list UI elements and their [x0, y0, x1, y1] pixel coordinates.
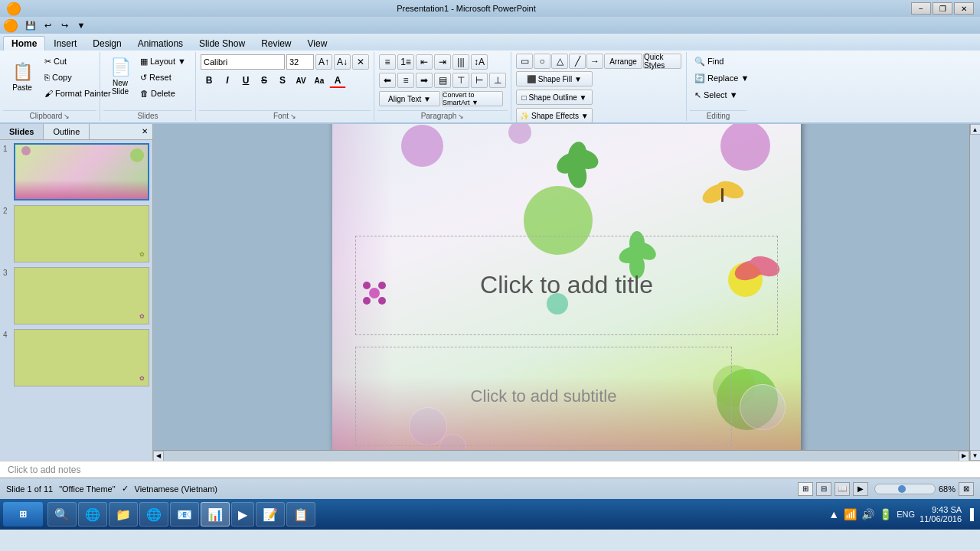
- slide-thumb-2[interactable]: ✿: [14, 205, 149, 262]
- slide-thumb-4[interactable]: ✿: [14, 329, 149, 386]
- new-slide-button[interactable]: 📄 New Slide: [105, 54, 136, 99]
- slide-panel-tab-outline[interactable]: Outline: [44, 124, 90, 139]
- shape-square-btn[interactable]: ▭: [516, 54, 533, 69]
- arrange-button[interactable]: Arrange: [604, 54, 642, 69]
- justify-button[interactable]: ▤: [434, 73, 451, 88]
- slide-thumb-3[interactable]: ✿: [14, 267, 149, 324]
- font-color-button[interactable]: A: [329, 73, 346, 88]
- smartart-button[interactable]: Convert to SmartArt ▼: [442, 91, 503, 106]
- strikethrough-button[interactable]: S: [256, 73, 273, 88]
- align-text-button[interactable]: Align Text ▼: [379, 91, 440, 106]
- subtitle-placeholder[interactable]: Click to add subtitle: [355, 347, 732, 446]
- save-button[interactable]: 💾: [23, 18, 38, 32]
- change-case-button[interactable]: Aa: [311, 73, 328, 88]
- numbering-button[interactable]: 1≡: [397, 54, 414, 70]
- find-button[interactable]: 🔍 Find: [691, 54, 745, 69]
- shadow-button[interactable]: S: [274, 73, 291, 88]
- taskbar-explorer[interactable]: 📁: [109, 502, 138, 527]
- slide-thumb-1[interactable]: [14, 143, 149, 201]
- taskbar-clipboard[interactable]: 📋: [286, 502, 315, 527]
- zoom-slider[interactable]: [874, 484, 936, 494]
- taskbar-powerpoint[interactable]: 📊: [201, 502, 230, 527]
- align-bottom-button[interactable]: ⊥: [489, 73, 506, 88]
- font-name-input[interactable]: [201, 54, 285, 70]
- decrease-font-button[interactable]: A↓: [334, 54, 351, 70]
- shape-effects-button[interactable]: ✨ Shape Effects ▼: [516, 108, 593, 123]
- select-button[interactable]: ↖ Select ▼: [691, 87, 745, 103]
- language-selector[interactable]: ENG: [897, 510, 915, 519]
- paste-button[interactable]: 📋 Paste: [5, 54, 40, 99]
- columns-button[interactable]: |||: [452, 54, 469, 70]
- layout-button[interactable]: ▦ Layout ▼: [137, 54, 191, 69]
- decrease-indent-button[interactable]: ⇤: [416, 54, 433, 70]
- copy-button[interactable]: ⎘ Copy: [41, 70, 95, 85]
- text-direction-button[interactable]: ↕A: [471, 54, 488, 70]
- align-right-button[interactable]: ➡: [416, 73, 433, 88]
- slide-panel-tab-slides[interactable]: Slides: [0, 124, 44, 139]
- show-desktop-icon[interactable]: ▐: [966, 508, 974, 520]
- align-top-button[interactable]: ⊤: [452, 73, 469, 88]
- taskbar-browser[interactable]: 🌐: [139, 502, 168, 527]
- align-middle-button[interactable]: ⊢: [471, 73, 488, 88]
- notes-bar[interactable]: Click to add notes: [0, 461, 980, 478]
- close-button[interactable]: ✕: [954, 2, 974, 15]
- shape-line-btn[interactable]: ╱: [569, 54, 586, 69]
- scroll-down-button[interactable]: ▼: [970, 450, 981, 461]
- titlebar-controls[interactable]: − ❐ ✕: [911, 2, 974, 15]
- taskbar-search[interactable]: 🔍: [47, 502, 77, 527]
- taskbar-outlook[interactable]: 📧: [170, 502, 199, 527]
- title-placeholder[interactable]: Click to add title: [355, 236, 778, 335]
- slide-canvas[interactable]: Click to add title Click to add subtitle: [332, 124, 801, 461]
- scroll-left-button[interactable]: ◀: [153, 451, 164, 461]
- minimize-button[interactable]: −: [911, 2, 931, 15]
- tab-slideshow[interactable]: Slide Show: [191, 37, 253, 51]
- clear-format-button[interactable]: ✕: [352, 54, 369, 70]
- start-button[interactable]: ⊞: [3, 502, 43, 527]
- tray-arrow-icon[interactable]: ▲: [828, 508, 839, 520]
- zoom-fit-button[interactable]: ⊠: [959, 482, 974, 496]
- normal-view-button[interactable]: ⊞: [798, 482, 813, 496]
- underline-button[interactable]: U: [237, 73, 254, 88]
- tab-animations[interactable]: Animations: [130, 37, 191, 51]
- align-center-button[interactable]: ≡: [397, 73, 414, 88]
- slide-panel-close[interactable]: ✕: [137, 124, 152, 139]
- replace-button[interactable]: 🔄 Replace ▼: [691, 70, 745, 86]
- qat-dropdown[interactable]: ▼: [74, 18, 89, 32]
- increase-font-button[interactable]: A↑: [315, 54, 332, 70]
- font-size-input[interactable]: [286, 54, 314, 70]
- taskbar-media[interactable]: ▶: [231, 502, 254, 527]
- tab-insert[interactable]: Insert: [46, 37, 84, 51]
- format-painter-button[interactable]: 🖌 Format Painter: [41, 86, 95, 101]
- tray-battery-icon[interactable]: 🔋: [879, 508, 892, 520]
- slideshow-button[interactable]: ▶: [853, 482, 868, 496]
- delete-button[interactable]: 🗑 Delete: [137, 86, 191, 101]
- quick-styles-button[interactable]: Quick Styles: [643, 54, 681, 69]
- undo-button[interactable]: ↩: [40, 18, 55, 32]
- increase-indent-button[interactable]: ⇥: [434, 54, 451, 70]
- scroll-up-button[interactable]: ▲: [970, 124, 981, 135]
- align-left-button[interactable]: ⬅: [379, 73, 396, 88]
- cut-button[interactable]: ✂ Cut: [41, 54, 95, 69]
- paragraph-expand-icon[interactable]: ↘: [458, 112, 464, 120]
- char-spacing-button[interactable]: AV: [292, 73, 309, 88]
- restore-button[interactable]: ❐: [933, 2, 952, 15]
- tab-review[interactable]: Review: [253, 37, 299, 51]
- shape-outline-button[interactable]: □ Shape Outline ▼: [516, 90, 593, 105]
- tray-volume-icon[interactable]: 🔊: [861, 508, 874, 520]
- italic-button[interactable]: I: [219, 73, 236, 88]
- scroll-right-button[interactable]: ▶: [959, 451, 969, 461]
- bullets-button[interactable]: ≡: [379, 54, 396, 70]
- tab-design[interactable]: Design: [85, 37, 129, 51]
- clipboard-expand-icon[interactable]: ↘: [64, 112, 70, 120]
- tab-home[interactable]: Home: [3, 36, 45, 51]
- taskbar-notepad[interactable]: 📝: [256, 502, 285, 527]
- reading-view-button[interactable]: 📖: [835, 482, 850, 496]
- redo-button[interactable]: ↪: [57, 18, 72, 32]
- bold-button[interactable]: B: [201, 73, 217, 88]
- tab-view[interactable]: View: [300, 37, 335, 51]
- clock[interactable]: 9:43 SA 11/06/2016: [920, 505, 962, 523]
- tray-network-icon[interactable]: 📶: [844, 508, 857, 520]
- taskbar-ie[interactable]: 🌐: [78, 502, 107, 527]
- font-expand-icon[interactable]: ↘: [290, 112, 296, 120]
- shape-arrow-btn[interactable]: →: [586, 54, 603, 69]
